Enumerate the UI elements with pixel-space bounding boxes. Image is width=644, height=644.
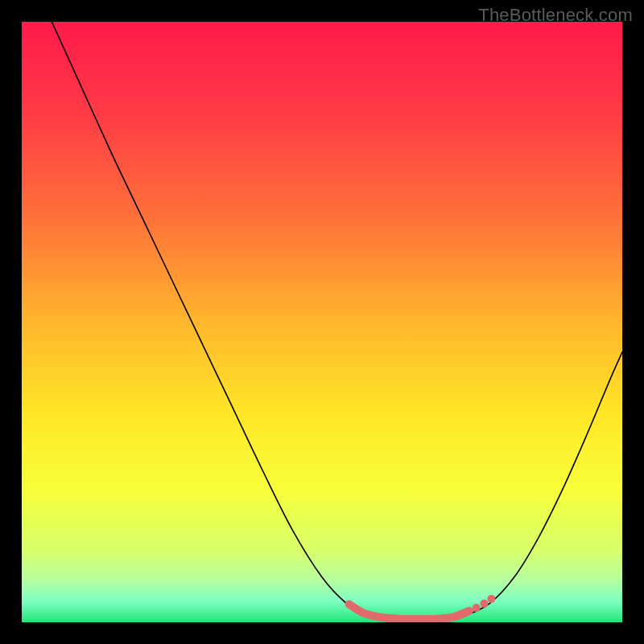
highlight-dot (487, 595, 495, 603)
highlight-dot (480, 600, 488, 608)
gradient-background (22, 22, 622, 622)
highlight-dot (473, 604, 481, 612)
bottleneck-chart (22, 22, 622, 622)
chart-frame: TheBottleneck.com (0, 0, 644, 644)
plot-area (22, 22, 622, 622)
